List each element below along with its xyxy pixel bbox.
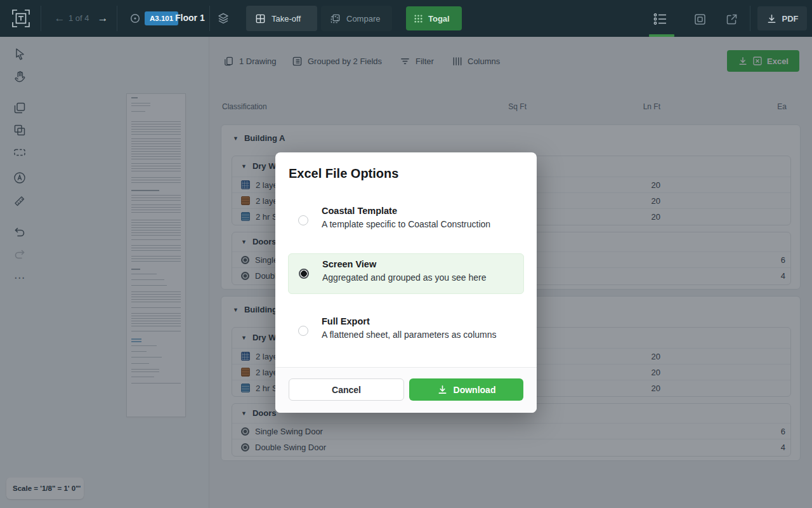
togal-app: ← 1 of 4 → A3.101 Floor 1 Take- bbox=[0, 0, 812, 508]
modal-footer: Cancel Download bbox=[275, 367, 537, 413]
option-coastal-template[interactable]: Coastal Template A template specific to … bbox=[288, 201, 524, 241]
report-icon[interactable] bbox=[691, 11, 708, 27]
previous-page-button[interactable]: ← bbox=[52, 11, 67, 26]
togal-logo-icon[interactable] bbox=[10, 8, 32, 29]
sheet-name-label: Floor 1 bbox=[175, 13, 205, 23]
option-screen-view[interactable]: Screen View Aggregated and grouped as yo… bbox=[288, 253, 524, 294]
tab-compare[interactable]: Compare bbox=[321, 6, 392, 31]
download-icon bbox=[766, 13, 777, 24]
tab-takeoff[interactable]: Take-off bbox=[246, 6, 317, 31]
option-title: Screen View bbox=[322, 259, 376, 269]
pdf-download-button[interactable]: PDF bbox=[757, 6, 807, 30]
cancel-button[interactable]: Cancel bbox=[289, 378, 404, 401]
togal-button-label: Togal bbox=[428, 14, 450, 23]
togal-pattern-icon bbox=[414, 14, 423, 23]
download-button-label: Download bbox=[454, 385, 496, 395]
takeoff-grid-icon bbox=[255, 13, 266, 24]
takeoff-list-icon[interactable] bbox=[652, 11, 669, 27]
togal-autodetect-button[interactable]: Togal bbox=[406, 6, 462, 30]
modal-title: Excel File Options bbox=[289, 166, 398, 181]
tab-compare-label: Compare bbox=[346, 14, 380, 23]
option-description: A template specific to Coastal Construct… bbox=[322, 219, 490, 229]
radio-selected-icon[interactable] bbox=[299, 269, 309, 279]
external-link-icon[interactable] bbox=[723, 11, 740, 27]
tab-takeoff-label: Take-off bbox=[272, 14, 301, 23]
divider bbox=[750, 6, 750, 31]
divider bbox=[117, 6, 117, 31]
option-description: A flattened sheet, all parameters as col… bbox=[322, 330, 496, 340]
pdf-button-label: PDF bbox=[782, 14, 799, 23]
download-button[interactable]: Download bbox=[409, 378, 523, 401]
compare-frames-icon bbox=[330, 13, 341, 24]
option-full-export[interactable]: Full Export A flattened sheet, all param… bbox=[288, 311, 524, 352]
option-title: Coastal Template bbox=[322, 206, 397, 216]
option-title: Full Export bbox=[322, 316, 370, 326]
page-indicator: 1 of 4 bbox=[69, 13, 89, 23]
radio-unselected-icon[interactable] bbox=[298, 326, 308, 336]
layers-icon[interactable] bbox=[217, 12, 230, 25]
top-navigation-bar: ← 1 of 4 → A3.101 Floor 1 Take- bbox=[0, 0, 812, 37]
radio-unselected-icon[interactable] bbox=[298, 215, 308, 225]
excel-file-options-modal: Excel File Options Coastal Template A te… bbox=[275, 152, 537, 413]
sheet-number-badge[interactable]: A3.101 bbox=[145, 11, 178, 25]
download-icon bbox=[437, 384, 448, 395]
option-description: Aggregated and grouped as you see here bbox=[322, 272, 486, 283]
divider bbox=[209, 6, 210, 31]
next-page-button[interactable]: → bbox=[95, 11, 110, 26]
location-pin-icon bbox=[129, 13, 141, 24]
divider bbox=[41, 6, 41, 31]
